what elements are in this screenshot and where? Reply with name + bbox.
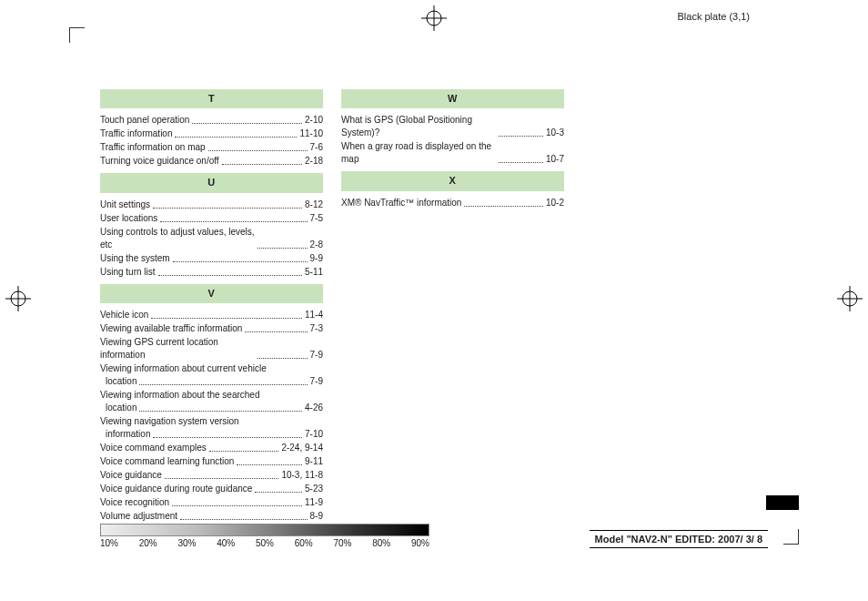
index-entry-page: 7-10 [305, 428, 323, 441]
leader-dots [255, 491, 302, 493]
crop-mark-top-left [69, 27, 85, 43]
index-entry-label: Using turn list [100, 266, 156, 279]
index-entry-label: Viewing GPS current location information [100, 336, 255, 362]
section-heading-w: W [341, 89, 564, 108]
tone-strip: 10%20%30%40%50%60%70%80%90% [100, 524, 429, 548]
index-entry-page: 10-3, 11-8 [281, 469, 323, 482]
index-columns: T Touch panel operation2-10Traffic infor… [100, 84, 564, 524]
index-entry-page: 2-8 [310, 239, 323, 251]
index-entry-page: 7-9 [310, 375, 323, 388]
leader-dots [180, 518, 307, 520]
index-entry-page: 11-4 [305, 309, 323, 321]
leader-dots [257, 357, 308, 359]
index-entry-page: 9-9 [310, 252, 323, 265]
index-column-left: T Touch panel operation2-10Traffic infor… [100, 84, 323, 524]
index-entry-sublabel: information [100, 428, 150, 441]
index-entry-label: Traffic information on map [100, 141, 206, 154]
leader-dots [173, 260, 308, 262]
leader-dots [237, 463, 302, 465]
leader-dots [175, 136, 297, 138]
leader-dots [464, 205, 543, 207]
model-footer: Model "NAV2-N" EDITED: 2007/ 3/ 8 [590, 530, 768, 548]
index-entry: Touch panel operation2-10 [100, 114, 323, 127]
leader-dots [165, 477, 279, 479]
index-entry: Volume adjustment8-9 [100, 510, 323, 523]
index-entry-page: 9-11 [305, 455, 323, 468]
leader-dots [499, 135, 543, 137]
index-entry: Viewing navigation system versioninforma… [100, 415, 323, 441]
leader-dots [139, 410, 302, 412]
index-entry-label: Viewing information about current vehicl… [100, 362, 323, 375]
index-column-right: W What is GPS (Global Positioning System… [341, 84, 564, 524]
index-entry-sublabel: location [100, 402, 136, 414]
index-entry-label: When a gray road is displayed on the map [341, 140, 496, 166]
section-heading-u: U [100, 173, 323, 192]
index-entry-page: 7-6 [310, 141, 323, 154]
index-entry-label: Traffic information [100, 127, 172, 140]
page: Black plate (3,1) T Touch panel operatio… [0, 0, 868, 601]
tone-tick-label: 20% [139, 538, 157, 548]
index-entry-page: 7-3 [310, 322, 323, 335]
leader-dots [153, 436, 302, 438]
index-entry-label: What is GPS (Global Positioning System)? [341, 114, 496, 139]
model-mid: " EDITED: [668, 534, 718, 545]
leader-dots [245, 331, 307, 332]
index-entry-label: Using the system [100, 252, 170, 265]
tone-tick-label: 30% [177, 538, 196, 548]
registration-mark-right [837, 286, 863, 315]
tone-tick-label: 60% [295, 538, 313, 548]
index-entry: Viewing information about current vehicl… [100, 362, 323, 388]
index-entry: When a gray road is displayed on the map… [341, 140, 564, 166]
index-entry: Voice recognition11-9 [100, 496, 323, 509]
index-entry-page: 11-10 [299, 127, 323, 140]
index-entry: What is GPS (Global Positioning System)?… [341, 114, 564, 139]
index-entry: Unit settings8-12 [100, 199, 323, 211]
index-entry: Turning voice guidance on/off2-18 [100, 155, 323, 168]
index-entry-label: Viewing navigation system version [100, 415, 323, 428]
leader-dots [192, 122, 302, 124]
index-entry-label: Using controls to adjust values, levels,… [100, 226, 255, 251]
index-entry: Viewing GPS current location information… [100, 336, 323, 362]
index-entry-label: Unit settings [100, 199, 150, 211]
index-entry-page: 8-9 [310, 510, 323, 523]
index-entry-label: Voice guidance [100, 469, 162, 482]
index-entry: Vehicle icon11-4 [100, 309, 323, 321]
index-entry: Viewing available traffic information7-3 [100, 322, 323, 335]
index-entry-page: 11-9 [305, 496, 323, 509]
index-entry-label: Viewing information about the searched [100, 389, 323, 402]
tone-tick-label: 50% [256, 538, 274, 548]
model-prefix: Model " [595, 534, 631, 545]
index-entry-page: 7-9 [310, 349, 323, 362]
leader-dots [257, 247, 308, 249]
leader-dots [160, 220, 307, 222]
index-entry-page: 8-12 [305, 199, 323, 211]
tone-tick-label: 80% [372, 538, 390, 548]
index-entry-label: User locations [100, 212, 157, 225]
index-entry: User locations7-5 [100, 212, 323, 225]
index-entry: Using controls to adjust values, levels,… [100, 226, 323, 251]
leader-dots [209, 450, 279, 452]
index-entry-page: 5-11 [305, 266, 323, 279]
index-entry: Voice command examples2-24, 9-14 [100, 442, 323, 454]
section-heading-t: T [100, 89, 323, 108]
index-entry-page: 4-26 [305, 402, 323, 414]
crop-mark-bottom-right [783, 529, 799, 545]
section-heading-x: X [341, 171, 564, 190]
index-entry-label: Voice command learning function [100, 455, 234, 468]
section-heading-v: V [100, 284, 323, 303]
index-entry: Voice command learning function9-11 [100, 455, 323, 468]
leader-dots [208, 149, 308, 151]
model-name: NAV2-N [631, 534, 668, 545]
index-entry-label: Vehicle icon [100, 309, 148, 321]
index-entry: Voice guidance10-3, 11-8 [100, 469, 323, 482]
tone-tick-label: 40% [217, 538, 235, 548]
index-entry-page: 10-3 [546, 127, 564, 139]
leader-dots [222, 163, 302, 165]
index-entry-label: Turning voice guidance on/off [100, 155, 219, 168]
gradient-bar [100, 524, 429, 536]
index-entry-label: Voice guidance during route guidance [100, 483, 252, 495]
black-box [766, 495, 799, 510]
index-entry-page: 5-23 [305, 483, 323, 495]
index-entry: Viewing information about the searchedlo… [100, 389, 323, 414]
leader-dots [172, 504, 302, 506]
